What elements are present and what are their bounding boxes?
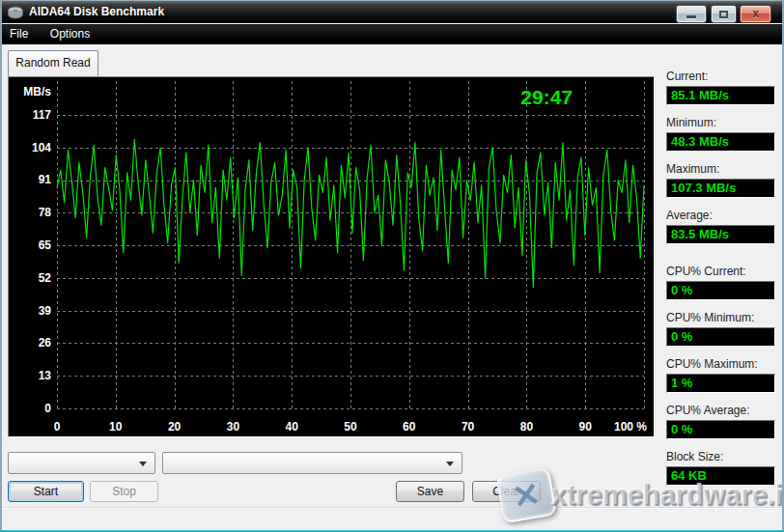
stat-value-box: 64 KB xyxy=(666,466,775,486)
benchmark-chart-panel: MB/s 117 104 91 78 65 52 39 26 13 0 0 10… xyxy=(8,76,655,437)
stat-maximum: Maximum: 107.3 MB/s xyxy=(666,162,775,198)
benchmark-type-select[interactable]: Random Read xyxy=(8,452,155,474)
menu-item-file[interactable]: File xyxy=(2,24,36,41)
stat-value-box: 83.5 MB/s xyxy=(666,225,775,244)
menu-bar: File Options xyxy=(0,24,784,44)
y-tick-78: 78 xyxy=(39,206,52,219)
title-bar: AIDA64 Disk Benchmark x xyxy=(0,0,784,23)
stat-label: Block Size: xyxy=(666,450,775,464)
y-tick-91: 91 xyxy=(39,173,52,186)
maximize-icon xyxy=(719,11,728,18)
stat-label: CPU% Current: xyxy=(666,265,775,279)
stat-value-box: 1 % xyxy=(666,374,775,393)
stat-label: Current: xyxy=(666,70,775,84)
clear-button[interactable]: Clear xyxy=(472,481,541,502)
maximize-button[interactable] xyxy=(711,5,737,23)
chart-gridlines xyxy=(57,81,645,409)
chevron-down-icon xyxy=(446,462,454,466)
y-tick-13: 13 xyxy=(39,369,52,382)
stat-value-box: 85.1 MB/s xyxy=(666,86,775,105)
y-tick-117: 117 xyxy=(33,108,52,122)
close-button[interactable]: x xyxy=(740,5,771,23)
stat-current: Current: 85.1 MB/s xyxy=(666,70,775,105)
minimize-icon xyxy=(686,15,696,18)
window-title: AIDA64 Disk Benchmark xyxy=(29,5,164,18)
disk-drive-select[interactable]: Disk Drive #0 [SAMSUNG HD154UI] (1397.3 … xyxy=(162,452,462,474)
stat-value-box: 0 % xyxy=(666,420,775,439)
y-tick-39: 39 xyxy=(39,304,52,318)
y-axis-unit-label: MB/s xyxy=(23,85,51,98)
x-tick-90: 90 xyxy=(579,420,593,434)
stat-label: Maximum: xyxy=(666,162,775,177)
stat-cpu-average: CPU% Average: 0 % xyxy=(666,404,775,439)
x-tick-80: 80 xyxy=(520,420,534,434)
y-tick-52: 52 xyxy=(39,271,52,285)
start-button[interactable]: Start xyxy=(8,481,84,502)
stat-cpu-maximum: CPU% Maximum: 1 % xyxy=(666,357,775,393)
y-tick-26: 26 xyxy=(39,336,52,350)
x-tick-10: 10 xyxy=(109,420,123,434)
stat-block-size: Block Size: 64 KB xyxy=(666,450,775,486)
tab-random-read[interactable]: Random Read xyxy=(8,50,98,76)
app-window: AIDA64 Disk Benchmark x File Options Ran… xyxy=(0,0,784,532)
menu-item-options[interactable]: Options xyxy=(42,24,98,41)
stat-value-box: 0 % xyxy=(666,327,775,347)
x-tick-100: 100 % xyxy=(614,420,647,434)
stat-label: Average: xyxy=(666,209,775,223)
stat-label: CPU% Minimum: xyxy=(666,311,775,325)
close-icon: x xyxy=(741,7,770,20)
stop-button[interactable]: Stop xyxy=(90,481,158,502)
stat-value-box: 48.3 MB/s xyxy=(666,132,775,152)
stat-label: CPU% Average: xyxy=(666,404,775,418)
window-border-left xyxy=(0,0,2,532)
stat-cpu-minimum: CPU% Minimum: 0 % xyxy=(666,311,775,347)
minimize-button[interactable] xyxy=(676,5,707,23)
stat-average: Average: 83.5 MB/s xyxy=(666,209,775,244)
status-bar xyxy=(0,507,784,530)
stat-value-box: 0 % xyxy=(666,281,775,300)
x-tick-40: 40 xyxy=(286,420,299,434)
stat-label: CPU% Maximum: xyxy=(666,357,775,372)
x-tick-50: 50 xyxy=(344,420,357,434)
x-tick-70: 70 xyxy=(462,420,475,434)
chevron-down-icon xyxy=(139,462,147,466)
stat-value-box: 107.3 MB/s xyxy=(666,179,775,198)
stat-cpu-current: CPU% Current: 0 % xyxy=(666,265,775,300)
elapsed-time: 29:47 xyxy=(520,86,573,108)
y-tick-65: 65 xyxy=(39,238,52,252)
disk-icon xyxy=(8,6,23,19)
benchmark-line-chart: MB/s 117 104 91 78 65 52 39 26 13 0 0 10… xyxy=(9,77,654,436)
x-tick-0: 0 xyxy=(54,420,61,434)
x-tick-20: 20 xyxy=(168,420,182,434)
x-tick-30: 30 xyxy=(227,420,240,434)
y-tick-0: 0 xyxy=(44,402,51,415)
stat-minimum: Minimum: 48.3 MB/s xyxy=(666,116,775,152)
x-tick-60: 60 xyxy=(403,420,416,434)
y-tick-104: 104 xyxy=(32,141,51,154)
save-button[interactable]: Save xyxy=(396,481,464,502)
stat-label: Minimum: xyxy=(666,116,775,130)
